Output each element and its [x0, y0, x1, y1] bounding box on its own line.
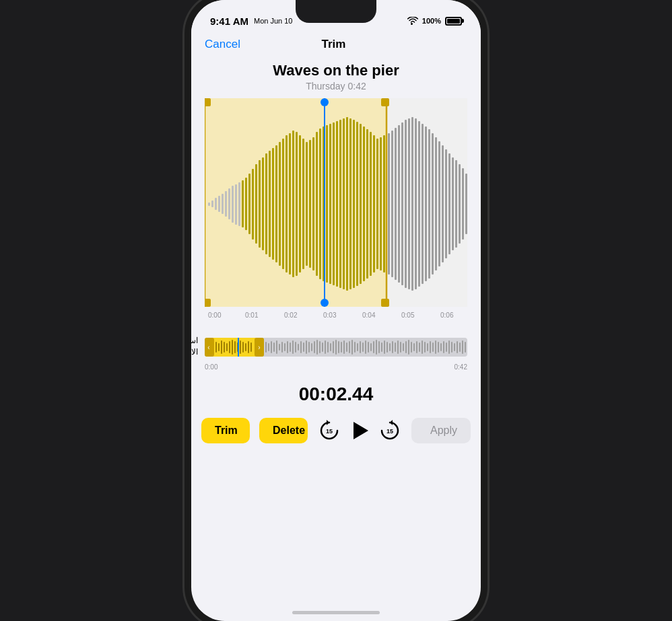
svg-rect-66 [425, 126, 427, 281]
svg-rect-119 [325, 340, 326, 354]
skip-forward-button[interactable]: 15 [378, 416, 402, 445]
mini-waveform-svg[interactable]: ‹ › [205, 335, 467, 359]
svg-rect-81 [205, 98, 211, 106]
svg-rect-140 [381, 342, 382, 352]
waveform-area: 0:00 0:01 0:02 0:03 0:04 0:05 0:06 [205, 98, 467, 327]
svg-rect-37 [326, 125, 328, 283]
svg-rect-158 [430, 341, 431, 353]
cancel-button[interactable]: Cancel [205, 38, 240, 51]
svg-rect-127 [346, 342, 347, 352]
svg-rect-168 [457, 341, 458, 353]
svg-rect-186 [240, 340, 241, 354]
svg-rect-141 [384, 340, 385, 354]
battery-fill [447, 19, 460, 24]
svg-rect-165 [448, 340, 450, 354]
svg-rect-52 [376, 139, 378, 269]
status-time: 9:41 AM [210, 15, 248, 27]
skip-forward-icon: 15 [378, 418, 402, 443]
svg-rect-147 [400, 342, 401, 353]
controls-row: Trim Delete 15 15 Apply [191, 410, 481, 456]
svg-rect-84 [381, 299, 389, 307]
svg-rect-106 [290, 342, 291, 352]
svg-rect-29 [299, 135, 301, 272]
svg-rect-143 [389, 343, 391, 351]
svg-rect-13 [245, 178, 247, 230]
svg-rect-113 [308, 342, 310, 353]
svg-rect-134 [365, 340, 366, 354]
svg-rect-42 [343, 118, 345, 289]
svg-rect-8 [228, 188, 230, 219]
svg-rect-161 [438, 342, 439, 353]
svg-rect-177 [215, 342, 217, 353]
svg-rect-121 [330, 343, 331, 351]
svg-rect-136 [370, 343, 372, 351]
waveform-svg: 0:00 0:01 0:02 0:03 0:04 0:05 0:06 [205, 98, 467, 327]
svg-rect-44 [349, 118, 351, 289]
svg-rect-125 [341, 342, 342, 353]
svg-rect-27 [292, 131, 294, 277]
svg-rect-182 [229, 341, 230, 353]
svg-rect-50 [370, 132, 372, 276]
svg-text:0:00: 0:00 [208, 312, 222, 319]
svg-rect-105 [287, 341, 288, 353]
svg-rect-71 [442, 145, 444, 262]
svg-rect-123 [335, 340, 337, 355]
svg-rect-133 [362, 342, 364, 352]
svg-rect-61 [408, 118, 410, 289]
svg-rect-183 [232, 340, 233, 355]
svg-rect-35 [319, 129, 321, 279]
svg-rect-40 [336, 121, 338, 287]
svg-rect-49 [366, 129, 368, 279]
svg-rect-72 [445, 149, 447, 258]
svg-rect-131 [357, 343, 358, 351]
delete-button[interactable]: Delete [259, 418, 308, 443]
svg-rect-16 [255, 164, 257, 244]
svg-rect-180 [224, 342, 225, 353]
svg-rect-9 [232, 186, 234, 223]
svg-rect-6 [222, 194, 224, 214]
svg-rect-15 [252, 169, 254, 240]
svg-rect-116 [316, 340, 318, 355]
trim-button[interactable]: Trim [201, 418, 250, 443]
svg-rect-67 [428, 129, 430, 279]
svg-rect-97 [265, 342, 267, 353]
svg-rect-56 [391, 131, 393, 277]
svg-point-86 [321, 98, 329, 106]
svg-rect-149 [405, 341, 407, 353]
svg-rect-169 [459, 342, 461, 352]
svg-rect-43 [346, 117, 348, 291]
mini-timeline[interactable]: اسحب لتضمين القسم المراد الاحتفاظ به أو … [205, 335, 467, 370]
svg-rect-118 [322, 342, 323, 352]
svg-rect-7 [225, 191, 227, 217]
svg-rect-47 [360, 124, 362, 284]
svg-rect-57 [395, 128, 397, 280]
svg-rect-184 [234, 341, 236, 353]
svg-rect-4 [215, 198, 217, 210]
svg-rect-22 [275, 145, 277, 262]
svg-rect-45 [353, 120, 355, 288]
svg-text:15: 15 [387, 428, 393, 435]
notch [296, 0, 376, 23]
svg-rect-154 [419, 342, 420, 352]
play-button[interactable] [351, 416, 368, 445]
svg-rect-104 [284, 343, 285, 351]
svg-rect-110 [300, 341, 302, 353]
home-indicator [292, 611, 380, 614]
svg-rect-32 [309, 140, 311, 268]
svg-rect-132 [360, 341, 361, 353]
svg-rect-70 [438, 141, 440, 266]
svg-rect-41 [339, 120, 341, 288]
skip-back-button[interactable]: 15 [317, 416, 341, 445]
svg-rect-62 [411, 117, 413, 291]
svg-rect-114 [311, 343, 312, 351]
svg-rect-124 [338, 341, 339, 353]
svg-rect-74 [452, 157, 454, 250]
svg-rect-59 [401, 122, 403, 285]
svg-rect-150 [408, 340, 409, 355]
svg-point-87 [321, 299, 329, 307]
svg-rect-30 [302, 139, 304, 269]
svg-text:0:01: 0:01 [245, 312, 259, 319]
apply-button[interactable]: Apply [411, 418, 471, 443]
svg-rect-181 [226, 343, 228, 351]
svg-rect-19 [265, 153, 267, 254]
